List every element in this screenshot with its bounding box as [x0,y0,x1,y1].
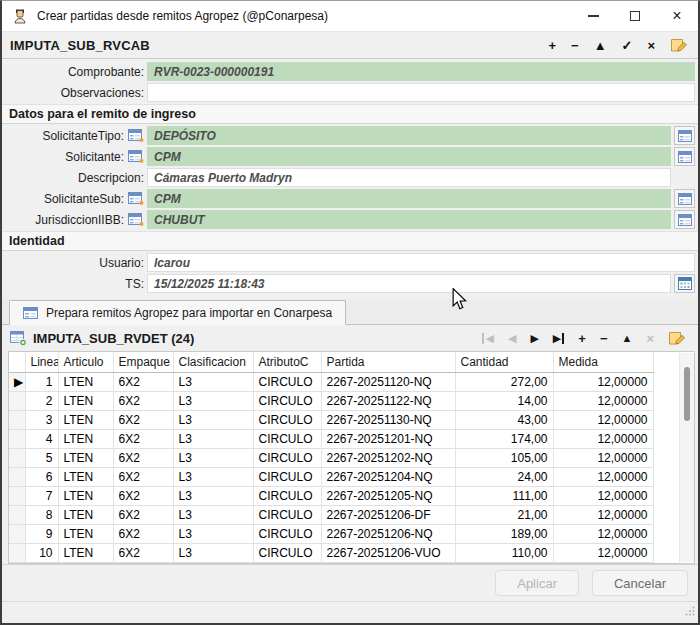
solicitante-sub-browse-button[interactable] [674,189,695,208]
lookup-icon[interactable] [128,213,144,226]
cell-partida[interactable]: 2267-20251204-NQ [321,467,455,486]
tab-prepara-remitos[interactable]: Prepara remitos Agropez para importar en… [9,300,346,325]
nav-delete-button[interactable]: − [600,332,608,345]
cell-medida[interactable]: 12,00000 [553,467,653,486]
cell-linea[interactable]: 4 [25,429,58,448]
nav-edit-button[interactable]: ▲ [622,333,633,344]
table-row[interactable]: 5LTEN6X2L3CIRCULO2267-20251202-NQ105,001… [9,448,653,467]
apply-button[interactable]: Aplicar [495,570,579,596]
cell-partida[interactable]: 2267-20251206-NQ [321,524,455,543]
cell-articulo[interactable]: LTEN [58,524,113,543]
cell-atributoc[interactable]: CIRCULO [253,448,321,467]
nav-insert-button[interactable]: + [578,332,586,345]
delete-record-button[interactable]: − [571,38,579,53]
cancel-button[interactable]: Cancelar [592,570,688,596]
cell-articulo[interactable]: LTEN [58,467,113,486]
solicitante-tipo-field[interactable]: DEPÓSITO [147,126,671,145]
cell-empaque[interactable]: 6X2 [113,486,173,505]
cell-articulo[interactable]: LTEN [58,391,113,410]
cell-atributoc[interactable]: CIRCULO [253,410,321,429]
solicitante-browse-button[interactable] [674,147,695,166]
cell-empaque[interactable]: 6X2 [113,448,173,467]
cell-partida[interactable]: 2267-20251206-DF [321,505,455,524]
cell-cantidad[interactable]: 272,00 [455,372,553,391]
cell-clasificacion[interactable]: L3 [173,372,253,391]
cell-clasificacion[interactable]: L3 [173,467,253,486]
edit-data-icon[interactable] [668,331,686,346]
col-header-articulo[interactable]: Articulo [58,352,113,372]
lookup-icon[interactable] [128,129,144,142]
cell-articulo[interactable]: LTEN [58,372,113,391]
cell-cantidad[interactable]: 21,00 [455,505,553,524]
nav-prior-button[interactable]: ◀ [508,333,516,344]
cell-partida[interactable]: 2267-20251206-VUO [321,543,455,562]
close-button[interactable]: × [656,1,698,31]
table-row[interactable]: 3LTEN6X2L3CIRCULO2267-20251130-NQ43,0012… [9,410,653,429]
cell-partida[interactable]: 2267-20251130-NQ [321,410,455,429]
cell-linea[interactable]: 1 [25,372,58,391]
cell-partida[interactable]: 2267-20251205-NQ [321,486,455,505]
insert-record-button[interactable]: + [548,38,556,53]
grid-vertical-scrollbar[interactable] [679,353,694,562]
cell-partida[interactable]: 2267-20251120-NQ [321,372,455,391]
cell-medida[interactable]: 12,00000 [553,448,653,467]
lookup-icon[interactable] [128,150,144,163]
cell-clasificacion[interactable]: L3 [173,429,253,448]
cell-empaque[interactable]: 6X2 [113,391,173,410]
cell-cantidad[interactable]: 111,00 [455,486,553,505]
cell-atributoc[interactable]: CIRCULO [253,467,321,486]
table-row[interactable]: 8LTEN6X2L3CIRCULO2267-20251206-DF21,0012… [9,505,653,524]
cell-atributoc[interactable]: CIRCULO [253,391,321,410]
cell-cantidad[interactable]: 189,00 [455,524,553,543]
cell-clasificacion[interactable]: L3 [173,391,253,410]
cell-linea[interactable]: 6 [25,467,58,486]
col-header-partida[interactable]: Partida [321,352,455,372]
cell-atributoc[interactable]: CIRCULO [253,524,321,543]
col-header-empaque[interactable]: Empaque [113,352,173,372]
cell-empaque[interactable]: 6X2 [113,410,173,429]
nav-last-button[interactable]: ▶ [553,333,564,344]
col-header-linea[interactable]: Linea [25,352,58,372]
lookup-icon[interactable] [128,192,144,205]
cell-linea[interactable]: 3 [25,410,58,429]
cell-partida[interactable]: 2267-20251122-NQ [321,391,455,410]
minimize-button[interactable] [572,1,614,31]
cell-cantidad[interactable]: 24,00 [455,467,553,486]
solicitante-sub-field[interactable]: CPM [147,189,671,208]
col-header-medida[interactable]: Medida [553,352,653,372]
cell-empaque[interactable]: 6X2 [113,372,173,391]
maximize-button[interactable] [614,1,656,31]
cell-medida[interactable]: 12,00000 [553,410,653,429]
cell-cantidad[interactable]: 174,00 [455,429,553,448]
cell-clasificacion[interactable]: L3 [173,543,253,562]
cell-linea[interactable]: 8 [25,505,58,524]
nav-cancel-button[interactable]: × [646,332,654,345]
nav-first-button[interactable]: ◀ [482,333,493,344]
table-row[interactable]: 6LTEN6X2L3CIRCULO2267-20251204-NQ24,0012… [9,467,653,486]
cell-partida[interactable]: 2267-20251202-NQ [321,448,455,467]
cell-medida[interactable]: 12,00000 [553,505,653,524]
cell-medida[interactable]: 12,00000 [553,524,653,543]
cell-medida[interactable]: 12,00000 [553,372,653,391]
cell-articulo[interactable]: LTEN [58,543,113,562]
cell-clasificacion[interactable]: L3 [173,505,253,524]
cell-linea[interactable]: 2 [25,391,58,410]
resize-grip-icon[interactable] [685,606,695,616]
cell-clasificacion[interactable]: L3 [173,448,253,467]
table-row[interactable]: ▶1LTEN6X2L3CIRCULO2267-20251120-NQ272,00… [9,372,653,391]
cell-cantidad[interactable]: 14,00 [455,391,553,410]
solicitante-field[interactable]: CPM [147,147,671,166]
comprobante-field[interactable]: RVR-0023-000000191 [147,62,695,81]
cell-partida[interactable]: 2267-20251201-NQ [321,429,455,448]
cell-linea[interactable]: 7 [25,486,58,505]
descripcion-field[interactable]: Cámaras Puerto Madryn [147,168,671,187]
cell-atributoc[interactable]: CIRCULO [253,505,321,524]
cell-cantidad[interactable]: 110,00 [455,543,553,562]
cell-clasificacion[interactable]: L3 [173,486,253,505]
cell-articulo[interactable]: LTEN [58,486,113,505]
cell-atributoc[interactable]: CIRCULO [253,543,321,562]
cell-linea[interactable]: 10 [25,543,58,562]
cell-articulo[interactable]: LTEN [58,410,113,429]
cell-clasificacion[interactable]: L3 [173,410,253,429]
cell-clasificacion[interactable]: L3 [173,524,253,543]
